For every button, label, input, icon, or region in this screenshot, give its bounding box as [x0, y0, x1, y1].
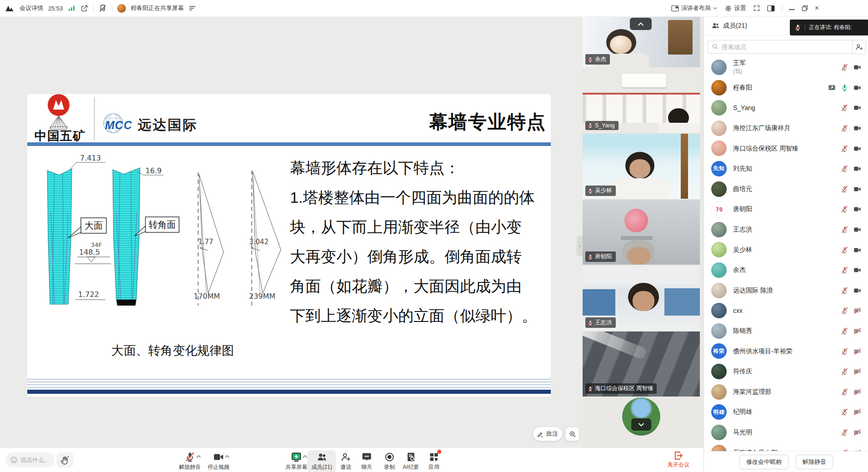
members-icon [316, 452, 327, 462]
toolbar-button[interactable]: 聊天 [357, 450, 376, 472]
member-row[interactable]: 马光明 [704, 422, 868, 443]
camera-off-icon [853, 408, 861, 416]
avatar [711, 384, 727, 400]
chevron-up-icon[interactable] [196, 455, 201, 458]
avatar: 70 [711, 201, 728, 218]
meeting-toolbar: 说点什么... 解除静音停止视频共享屏幕成员(21)邀请聊天录制AI纪要应用 离… [0, 448, 703, 472]
avatar-text: 明雄 [713, 408, 725, 416]
quick-chat-input[interactable]: 说点什么... [5, 452, 55, 467]
strip-collapse-handle[interactable]: › [577, 236, 583, 256]
avatar [711, 121, 727, 136]
camera-off-icon [853, 307, 861, 315]
video-tile[interactable]: 唐朝阳 [583, 200, 700, 265]
strip-scroll-up-button[interactable] [630, 18, 652, 30]
settings-button[interactable]: 设置 [724, 4, 746, 12]
avatar [711, 242, 727, 257]
member-name: 吴少林 [733, 246, 752, 254]
toolbar-button[interactable]: 录制 [380, 450, 399, 472]
toolbar-button[interactable]: 应用 [424, 450, 444, 472]
rename-button[interactable]: 修改会中昵称 [739, 455, 788, 469]
svg-text:7.413: 7.413 [80, 154, 101, 162]
member-row[interactable]: 陈锦秀 [704, 321, 868, 341]
member-name-wrap: S_Yang [733, 104, 755, 111]
member-row[interactable]: 裕荣儋州供水项目-羊裕荣 [704, 341, 868, 362]
member-row[interactable]: 余杰 [704, 260, 868, 281]
window-restore-button[interactable] [802, 5, 808, 11]
toolbar-button[interactable]: 共享屏幕 [281, 450, 311, 472]
video-tile-name: 海口综合保税区 周智臻 [595, 385, 653, 392]
meeting-details-button[interactable]: 会议详情 [20, 4, 43, 12]
notes-disabled-icon[interactable] [99, 4, 107, 12]
ai-notes-icon [405, 452, 416, 462]
video-tile[interactable]: S_Yang [583, 68, 700, 133]
member-row[interactable]: 曲培元 [704, 179, 868, 200]
people-icon [711, 22, 720, 30]
leave-meeting-button[interactable]: 离开会议 [668, 451, 689, 469]
member-row[interactable]: 符传庆 [704, 362, 868, 382]
mic-muted-icon [841, 286, 848, 294]
svg-text:34F: 34F [91, 241, 102, 248]
unmute-button[interactable]: 解除静音 [796, 455, 833, 469]
toolbar-button[interactable]: 邀请 [336, 450, 355, 472]
layout-switch-button[interactable]: 演讲者布局 [671, 4, 718, 12]
toolbar-button-label: 聊天 [361, 463, 372, 471]
window-close-button[interactable]: × [815, 5, 819, 12]
member-status-icons [828, 84, 861, 91]
strip-scroll-down-button[interactable] [631, 418, 651, 431]
toolbar-button-label: 停止视频 [208, 463, 229, 471]
toolbar-button[interactable]: AI纪要 [399, 450, 423, 472]
member-name-wrap: 曲培元 [733, 185, 752, 193]
search-input[interactable] [708, 40, 856, 54]
side-panel-toggle-icon[interactable] [767, 5, 775, 12]
member-row[interactable]: 70唐朝阳 [704, 199, 868, 220]
svg-text:1.722: 1.722 [78, 290, 99, 299]
chevron-up-icon[interactable] [302, 455, 308, 458]
camera-off-icon [853, 327, 861, 335]
member-row[interactable]: 王志洪 [704, 220, 868, 240]
video-tile[interactable]: 海口综合保税区 周智臻 [583, 331, 700, 397]
camera-off-icon [853, 388, 861, 396]
video-tile[interactable]: 王志洪 [583, 266, 700, 331]
screen-share-icon [291, 452, 302, 462]
toolbar-button-label: 成员(21) [311, 463, 332, 471]
member-row[interactable]: 明雄纪明雄 [704, 402, 868, 422]
record-icon [384, 452, 395, 462]
avatar [711, 222, 727, 237]
svg-text:239MM: 239MM [249, 292, 275, 301]
add-member-button[interactable] [852, 40, 866, 54]
member-list[interactable]: 王军(我)程春阳S_Yang海控江东广场康祥月海口综合保税区 周智臻先知刘先知曲… [704, 57, 868, 451]
member-row[interactable]: cxx [704, 301, 868, 321]
annotate-label: 批注 [546, 430, 558, 438]
member-row[interactable]: 先知刘先知 [704, 159, 868, 179]
member-row[interactable]: 海棠河监理部 [704, 382, 868, 402]
chevron-up-icon[interactable] [224, 455, 230, 458]
sharing-list-icon[interactable] [189, 5, 196, 11]
mic-muted-icon [185, 452, 195, 462]
apps-icon [429, 452, 439, 462]
slide-body: 幕墙形体存在以下特点：1.塔楼整体由一个四面为曲面的的体块，从下而上用渐变半径（… [290, 153, 579, 331]
slide-body-line: 块，从下而上用渐变半径（由小变 [290, 212, 579, 242]
toolbar-button[interactable]: 解除静音 [175, 450, 205, 472]
member-row[interactable]: 吴少林 [704, 240, 868, 260]
mic-muted-icon [588, 57, 593, 62]
fullscreen-icon[interactable] [753, 5, 760, 12]
raise-hand-button[interactable] [56, 452, 74, 467]
toolbar-button[interactable]: 成员(21) [307, 450, 336, 472]
video-tile[interactable]: 吴少林 [583, 134, 700, 199]
divider [782, 5, 782, 12]
member-row[interactable]: 王军(我) [704, 57, 868, 78]
member-row[interactable]: 程春阳 [704, 78, 868, 98]
video-tile-label: 余杰 [585, 54, 610, 65]
annotate-button[interactable]: 批注 [533, 427, 563, 441]
avatar [711, 303, 727, 318]
toolbar-button[interactable]: 停止视频 [204, 450, 234, 472]
member-row[interactable]: 远达国际 陈浪 [704, 281, 868, 301]
person-add-icon [855, 43, 863, 51]
open-external-icon[interactable] [80, 5, 88, 12]
member-row[interactable]: 海口综合保税区 周智臻 [704, 138, 868, 159]
member-row[interactable]: 海控江东广场康祥月 [704, 118, 868, 139]
member-row[interactable]: S_Yang [704, 98, 868, 118]
member-row[interactable]: 石梅湾九里十期 [704, 442, 868, 451]
window-minimize-button[interactable] [789, 9, 795, 10]
zoom-in-button[interactable] [565, 427, 579, 441]
